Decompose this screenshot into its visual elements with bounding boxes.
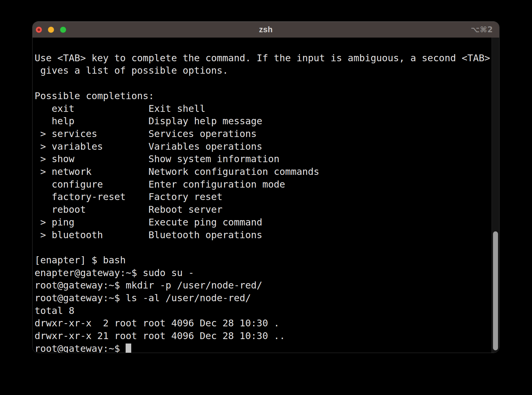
terminal-screen[interactable]: Use <TAB> key to complete the command. I…	[33, 38, 499, 353]
prompt-text: root@gateway:~$	[35, 343, 126, 353]
terminal-output: Use <TAB> key to complete the command. I…	[33, 38, 499, 342]
terminal-window: zsh ⌥⌘2 Use <TAB> key to complete the co…	[32, 21, 499, 353]
unsaved-changes-dot-icon	[38, 28, 40, 31]
zoom-button[interactable]	[60, 27, 66, 33]
text-cursor	[126, 344, 131, 353]
prompt-line: root@gateway:~$	[33, 342, 499, 353]
scrollbar-thumb[interactable]	[493, 231, 498, 350]
titlebar[interactable]: zsh ⌥⌘2	[33, 22, 499, 38]
traffic-lights	[36, 22, 66, 38]
keyboard-shortcut-badge: ⌥⌘2	[471, 22, 493, 38]
minimize-button[interactable]	[48, 27, 54, 33]
window-title: zsh	[259, 25, 273, 34]
scrollbar-track[interactable]	[492, 38, 499, 353]
close-button[interactable]	[36, 27, 42, 33]
